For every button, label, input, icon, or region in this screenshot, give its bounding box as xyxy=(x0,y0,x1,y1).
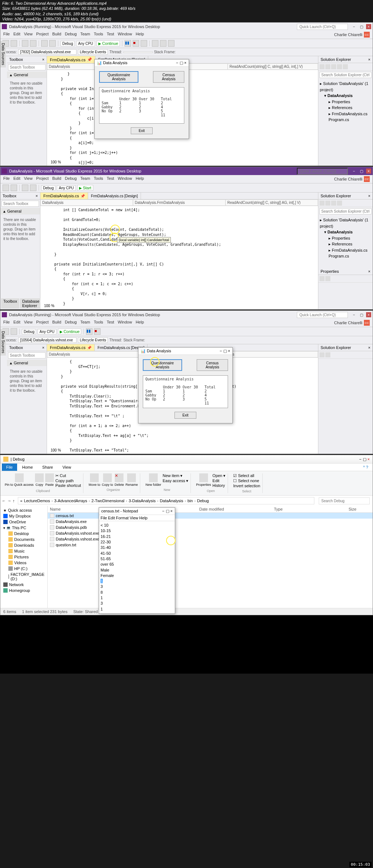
process-combo[interactable]: [7832] DataAnalysis.vshost.exe xyxy=(18,49,76,55)
continue-button[interactable]: ▶ Continue xyxy=(58,329,82,334)
ribbon-tab-view[interactable]: View xyxy=(58,464,75,471)
dialog-close-icon[interactable]: × xyxy=(228,349,230,353)
maximize-button[interactable]: ▢ xyxy=(359,312,364,317)
menu-help[interactable]: Help xyxy=(136,320,144,326)
user-avatar[interactable]: CC xyxy=(364,320,370,326)
menu-file[interactable]: File xyxy=(3,320,10,326)
menu-tools[interactable]: Tools xyxy=(94,320,103,326)
dialog-max-icon[interactable]: ▢ xyxy=(180,61,183,65)
nav-network[interactable]: Network xyxy=(2,582,46,588)
nav-class[interactable]: DataAnalysis.FrmDataAnalysis xyxy=(133,199,225,206)
quick-launch-input[interactable] xyxy=(297,168,348,175)
save-button[interactable] xyxy=(22,185,28,191)
nav-factory[interactable]: FACTORY_IMAGE (D:) xyxy=(2,571,46,582)
menu-view[interactable]: View xyxy=(24,320,33,326)
se-refresh-icon[interactable] xyxy=(325,64,330,69)
user-name[interactable]: Charlie Chiarelli xyxy=(334,32,362,37)
maximize-button[interactable]: ▢ xyxy=(359,24,364,29)
menu-debug[interactable]: Debug xyxy=(65,176,76,182)
tree-references[interactable]: ▸ References xyxy=(320,105,371,111)
quick-launch-input[interactable] xyxy=(297,24,348,30)
header-type[interactable]: Type xyxy=(274,507,349,511)
config-combo[interactable]: Debug xyxy=(60,41,75,46)
nav-quick[interactable]: ★ Quick access xyxy=(2,507,46,513)
save-all-button[interactable] xyxy=(30,185,36,191)
dialog-close-icon[interactable]: × xyxy=(184,61,186,65)
menu-project[interactable]: Project xyxy=(36,32,48,38)
thread-combo[interactable] xyxy=(123,51,153,53)
config-combo[interactable]: Debug xyxy=(41,185,55,191)
file-row[interactable]: question.txt xyxy=(48,542,373,548)
ribbon-tab-home[interactable]: Home xyxy=(18,464,37,471)
se-collapse-icon[interactable] xyxy=(331,64,336,69)
user-name[interactable]: Charlie Chiarelli xyxy=(334,321,362,325)
menu-test[interactable]: Test xyxy=(107,320,114,326)
menu-edit[interactable]: Edit xyxy=(13,176,20,182)
file-row[interactable]: census.txt xyxy=(48,513,373,519)
tree-properties[interactable]: ▸ Properties xyxy=(320,235,371,241)
step-over-button[interactable] xyxy=(160,40,166,47)
np-menu-help[interactable]: Help xyxy=(139,516,148,520)
step-into-button[interactable] xyxy=(152,40,158,47)
menu-tools[interactable]: Tools xyxy=(94,176,103,182)
se-props-icon[interactable] xyxy=(343,64,348,69)
menu-view[interactable]: View xyxy=(24,32,33,38)
header-size[interactable]: Size xyxy=(349,507,370,511)
nav-method[interactable]: ReadAndCount(string[] C, string[] AG, in… xyxy=(225,199,318,206)
paste-button[interactable]: Paste xyxy=(45,473,54,488)
tree-solution[interactable]: ▸ Solution 'DataAnalysis' (1 project) xyxy=(320,217,371,229)
toolbox-search[interactable] xyxy=(8,64,46,70)
nav-pictures[interactable]: Pictures xyxy=(2,554,46,560)
toolbox-general[interactable]: ▲ General xyxy=(7,71,47,78)
menu-window[interactable]: Window xyxy=(118,32,132,38)
menu-team[interactable]: Team xyxy=(81,320,90,326)
menu-debug[interactable]: Debug xyxy=(65,32,76,38)
menu-view[interactable]: View xyxy=(24,176,33,182)
data-sources-tab[interactable]: Data Sources xyxy=(0,329,6,356)
tab-cs[interactable]: FrmDataAnalysis.cs 📌 xyxy=(47,56,95,63)
save-all-button[interactable] xyxy=(30,40,36,47)
menu-team[interactable]: Team xyxy=(81,176,90,182)
copypath-button[interactable]: Copy path xyxy=(55,478,81,483)
menu-build[interactable]: Build xyxy=(52,176,61,182)
nav-fwd-icon[interactable]: → xyxy=(7,499,11,503)
open-button[interactable]: Open ▾ xyxy=(212,473,225,478)
menu-debug[interactable]: Debug xyxy=(65,320,76,326)
se-show-icon[interactable] xyxy=(337,64,342,69)
nav-documents[interactable]: Documents xyxy=(2,536,46,542)
exit-button[interactable]: Exit xyxy=(131,127,153,134)
invert-button[interactable]: Invert selection xyxy=(233,484,260,488)
nav-desktop[interactable]: Desktop xyxy=(2,531,46,536)
maximize-button[interactable]: ▢ xyxy=(359,168,364,174)
file-row[interactable]: DataAnalysis.pdb xyxy=(48,524,373,530)
menu-file[interactable]: File xyxy=(3,32,10,38)
edit-button[interactable]: Edit xyxy=(212,478,225,483)
se-close-icon[interactable]: × xyxy=(368,57,370,62)
pause-button[interactable]: ▮▮ xyxy=(125,40,131,47)
ribbon-tab-file[interactable]: File xyxy=(2,464,17,471)
menu-project[interactable]: Project xyxy=(36,176,48,182)
menu-window[interactable]: Window xyxy=(118,320,132,326)
toolbox-close-icon[interactable]: × xyxy=(36,194,38,198)
nav-project[interactable]: DataAnalysis xyxy=(40,199,133,206)
ribbon-tab-share[interactable]: Share xyxy=(38,464,57,471)
platform-combo[interactable]: Any CPU xyxy=(76,41,95,46)
tree-project[interactable]: ▾ DataAnalysis xyxy=(320,93,371,99)
rename-button[interactable]: Rename xyxy=(125,473,138,487)
np-menu-format[interactable]: Format xyxy=(116,516,129,520)
data-sources-tab[interactable]: Data Sources xyxy=(0,41,6,67)
tree-frm[interactable]: ▸ FrmDataAnalysis.cs xyxy=(320,247,371,253)
easyaccess-button[interactable]: Easy access ▾ xyxy=(162,478,188,483)
code-editor-2[interactable]: int [] CandidateTotal = new int[4]; int … xyxy=(40,206,318,309)
nav-music[interactable]: Music xyxy=(2,548,46,554)
exit-button[interactable]: Exit xyxy=(174,412,196,419)
np-menu-file[interactable]: File xyxy=(101,516,107,520)
exp-close-icon[interactable]: × xyxy=(368,457,370,461)
file-row[interactable]: DataAnalysis.exe xyxy=(48,519,373,524)
zoom-level[interactable]: 100 % xyxy=(48,159,63,165)
menu-team[interactable]: Team xyxy=(81,32,90,38)
dialog-min-icon[interactable]: − xyxy=(176,61,178,65)
pin-icon[interactable]: 📌 xyxy=(87,57,92,62)
nav-fwd-button[interactable] xyxy=(11,328,17,335)
pin-button[interactable]: Pin to Quick access xyxy=(5,473,34,488)
